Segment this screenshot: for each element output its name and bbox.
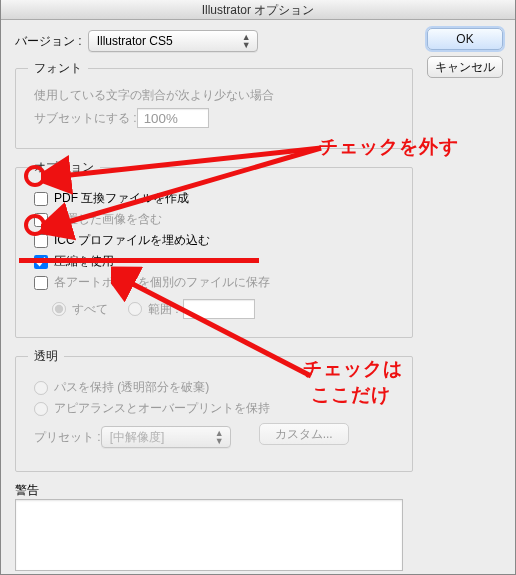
transparency-legend: 透明	[28, 348, 64, 365]
icc-label: ICC プロファイルを埋め込む	[54, 232, 210, 249]
subset-field	[137, 108, 209, 128]
eachartboard-label: 各アートボードを個別のファイルに保存	[54, 274, 270, 291]
range-field	[183, 299, 255, 319]
font-legend: フォント	[28, 60, 88, 77]
preset-select: [中解像度] ▲▼	[101, 426, 231, 448]
annotation-onlyhere1: チェックは	[303, 356, 403, 382]
keep-path-radio	[34, 381, 48, 395]
version-label: バージョン :	[15, 33, 82, 50]
custom-button: カスタム...	[259, 423, 349, 445]
annotation-circle-icon	[24, 165, 46, 187]
options-group: オプション PDF 互換ファイルを作成 配置した画像を含む ICC プロファイル…	[15, 159, 413, 338]
annotation-onlyhere2: ここだけ	[311, 382, 391, 408]
updown-icon: ▲▼	[215, 429, 224, 445]
radio-all-label: すべて	[72, 301, 108, 318]
subset-label: サブセットにする :	[34, 110, 137, 127]
appearance-radio	[34, 402, 48, 416]
annotation-underline	[19, 258, 259, 263]
cancel-button[interactable]: キャンセル	[427, 56, 503, 78]
annotation-uncheck: チェックを外す	[319, 134, 459, 160]
font-desc: 使用している文字の割合が次より少ない場合	[34, 87, 400, 104]
annotation-circle-icon	[24, 214, 46, 236]
radio-range-label: 範囲 :	[148, 301, 179, 318]
pdf-label: PDF 互換ファイルを作成	[54, 190, 189, 207]
preset-label: プリセット :	[34, 429, 101, 446]
updown-icon: ▲▼	[242, 33, 251, 49]
radio-range	[128, 302, 142, 316]
eachartboard-checkbox[interactable]	[34, 276, 48, 290]
radio-all	[52, 302, 66, 316]
keep-path-label: パスを保持 (透明部分を破棄)	[54, 379, 209, 396]
version-select[interactable]: Illustrator CS5 ▲▼	[88, 30, 258, 52]
pdf-checkbox[interactable]	[34, 192, 48, 206]
warning-textarea	[15, 499, 403, 571]
warning-label: 警告	[15, 482, 413, 499]
placed-label: 配置した画像を含む	[54, 211, 162, 228]
preset-value: [中解像度]	[110, 429, 165, 446]
version-value: Illustrator CS5	[97, 34, 173, 48]
appearance-label: アピアランスとオーバープリントを保持	[54, 400, 270, 417]
window-title: Illustrator オプション	[1, 0, 515, 20]
ok-button[interactable]: OK	[427, 28, 503, 50]
